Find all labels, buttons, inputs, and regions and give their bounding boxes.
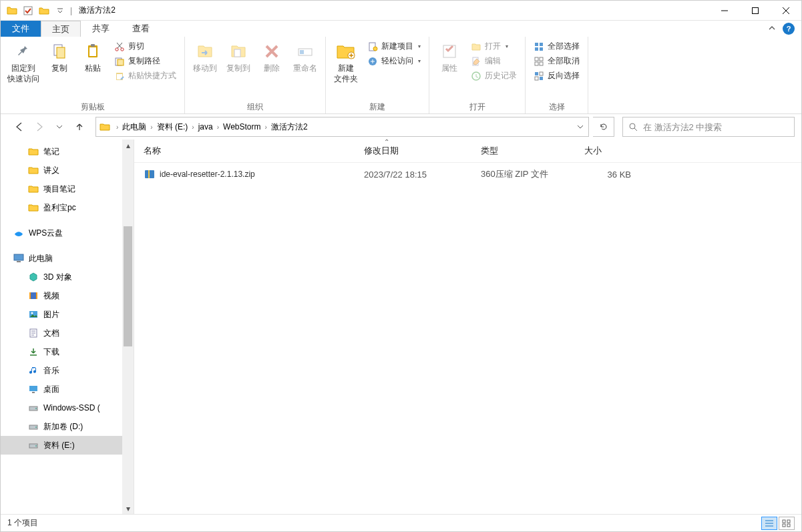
details-view-button[interactable] [761,517,777,530]
chevron-right-icon[interactable]: › [148,123,155,131]
edit-button[interactable]: 编辑 [467,54,521,68]
tree-item[interactable]: 3D 对象 [1,268,134,286]
tab-file[interactable]: 文件 [1,21,41,37]
svg-rect-54 [783,520,785,523]
tree-item-this-pc[interactable]: 此电脑 [1,249,134,268]
tab-view[interactable]: 查看 [121,21,161,37]
qat-dropdown-icon[interactable] [53,3,67,18]
refresh-button[interactable] [593,117,614,137]
copy-to-button[interactable]: 复制到 [222,38,254,74]
svg-rect-26 [540,47,543,51]
chevron-right-icon[interactable]: › [262,123,270,131]
tree-item[interactable]: 图片 [1,305,134,324]
chevron-right-icon[interactable]: › [214,123,222,131]
file-list[interactable]: ide-eval-resetter-2.1.13.zip 2023/7/22 1… [134,163,801,514]
sidebar-scrollbar[interactable]: ▴ ▾ [122,140,134,514]
column-size[interactable]: 大小 [584,145,644,157]
tree-item[interactable]: Windows-SSD ( [1,398,134,417]
breadcrumb-item[interactable]: 激活方法2 [270,121,309,133]
pin-to-quick-access-button[interactable]: 固定到快速访问 [5,38,42,84]
history-button[interactable]: 历史记录 [467,69,521,83]
close-button[interactable] [771,1,801,21]
move-to-button[interactable]: 移动到 [189,38,221,74]
copy-path-button[interactable]: 复制路径 [110,54,180,68]
tree-item[interactable]: 笔记 [1,142,134,161]
new-folder-button[interactable]: 新建文件夹 [330,38,362,84]
delete-button[interactable]: 删除 [256,38,288,74]
ribbon-collapse-icon[interactable] [768,25,776,33]
search-box[interactable] [622,117,795,137]
rename-button[interactable]: 重命名 [289,38,321,74]
breadcrumb-item[interactable]: 此电脑 [121,121,148,133]
address-bar[interactable]: › 此电脑 › 资料 (E:) › java › WebStorm › 激活方法… [95,117,589,137]
music-icon [27,364,39,376]
file-row[interactable]: ide-eval-resetter-2.1.13.zip 2023/7/22 1… [134,163,801,186]
breadcrumb-item[interactable]: WebStorm [222,122,262,131]
select-none-button[interactable]: 全部取消 [530,54,584,68]
tab-home[interactable]: 主页 [41,21,81,37]
chevron-right-icon[interactable]: › [114,123,121,131]
tree-item[interactable]: 文档 [1,324,134,342]
paste-button[interactable]: 粘贴 [77,38,109,74]
status-bar: 1 个项目 [1,514,801,531]
open-button[interactable]: 打开▾ [467,39,521,53]
tree-item[interactable]: 项目笔记 [1,180,134,198]
tree-item-wps[interactable]: WPS云盘 [1,224,134,242]
forward-button[interactable] [33,120,46,134]
video-icon [27,290,39,302]
tree-item[interactable]: 盈利宝pc [1,198,134,217]
tree-item-label: 图片 [43,309,59,320]
tree-item-label: 视频 [43,290,59,302]
tree-item[interactable]: 新加卷 (D:) [1,417,134,436]
tree-item[interactable]: 视频 [1,286,134,305]
scroll-up-icon[interactable]: ▴ [122,140,134,151]
ribbon-group-label: 组织 [189,101,321,113]
paste-icon [82,41,104,62]
file-pane: 名称 修改日期 类型 大小 ⌃ ide-eval-resetter-2.1.13… [134,140,801,514]
tree-item[interactable]: 下载 [1,342,134,361]
ribbon-tabs: 文件 主页 共享 查看 ? [1,21,801,37]
drive-icon [27,439,39,451]
chevron-right-icon[interactable]: › [189,123,196,131]
breadcrumb-item[interactable]: java [197,122,214,131]
back-button[interactable] [13,120,26,134]
tree-item[interactable]: 桌面 [1,380,134,398]
search-input[interactable] [643,122,789,132]
open-icon [471,41,481,52]
large-icons-view-button[interactable] [779,517,795,530]
cut-button[interactable]: 剪切 [110,39,180,53]
properties-button[interactable]: 属性 [433,38,465,74]
address-dropdown-button[interactable] [571,117,588,136]
paste-shortcut-button[interactable]: 粘贴快捷方式 [110,69,180,83]
ribbon-group-clipboard: 固定到快速访问 复制 粘贴 剪切 复制路径 粘贴快捷方式 剪贴板 [1,37,185,113]
svg-rect-20 [443,45,455,57]
column-name[interactable]: 名称 [144,145,364,157]
copy-button[interactable]: 复制 [43,38,75,74]
dropdown-icon: ▾ [418,43,421,49]
navigation-pane[interactable]: 笔记讲义项目笔记盈利宝pcWPS云盘此电脑3D 对象视频图片文档下载音乐桌面Wi… [1,140,134,514]
recent-dropdown-button[interactable] [53,120,66,134]
window-controls [709,1,801,21]
svg-point-47 [35,408,37,409]
scrollbar-thumb[interactable] [124,226,132,346]
new-item-button[interactable]: 新建项目▾ [363,39,425,53]
tree-item[interactable]: 音乐 [1,361,134,380]
tab-share[interactable]: 共享 [81,21,121,37]
body: 笔记讲义项目笔记盈利宝pcWPS云盘此电脑3D 对象视频图片文档下载音乐桌面Wi… [1,140,801,514]
easy-access-button[interactable]: 轻松访问▾ [363,54,425,68]
svg-rect-27 [535,57,538,61]
minimize-button[interactable] [709,1,740,21]
move-to-icon [194,41,216,62]
column-type[interactable]: 类型 [481,145,584,157]
maximize-button[interactable] [740,1,771,21]
tree-item[interactable]: 资料 (E:) [1,436,134,455]
tree-item-label: 3D 对象 [43,272,72,283]
scroll-down-icon[interactable]: ▾ [122,503,134,514]
column-date[interactable]: 修改日期 [364,145,481,157]
breadcrumb-item[interactable]: 资料 (E:) [156,121,190,133]
select-all-button[interactable]: 全部选择 [530,39,584,53]
help-button[interactable]: ? [783,23,795,35]
tree-item[interactable]: 讲义 [1,161,134,180]
invert-selection-button[interactable]: 反向选择 [530,69,584,83]
up-button[interactable] [73,120,86,134]
